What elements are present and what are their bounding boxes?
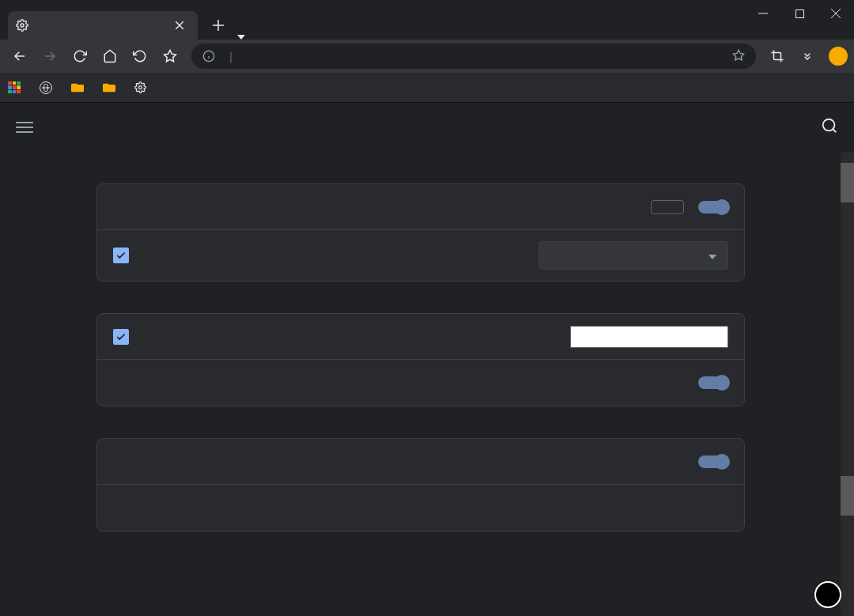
undo-close-button[interactable]	[127, 43, 153, 70]
crop-button[interactable]	[764, 43, 791, 70]
new-tab-button[interactable]	[207, 14, 229, 36]
bookmark-kill-tab[interactable]	[40, 81, 57, 94]
gear-icon	[16, 19, 28, 32]
reload-icon	[73, 49, 87, 63]
toggle-boss-mute[interactable]	[698, 376, 728, 389]
nav-forward-button[interactable]	[36, 43, 63, 70]
folder-icon	[71, 82, 84, 93]
svg-point-19	[823, 119, 835, 131]
site-info-button[interactable]	[202, 50, 215, 62]
bookmark-import[interactable]	[134, 81, 151, 93]
globe-icon	[40, 81, 52, 94]
panel-boss	[96, 313, 745, 406]
scrollbar-thumb[interactable]	[841, 163, 854, 202]
star-icon	[163, 49, 177, 63]
bookmark-star-button[interactable]	[732, 49, 745, 64]
extensions-menu-button[interactable]	[794, 43, 821, 70]
apps-button[interactable]	[8, 81, 25, 94]
arrow-left-icon	[13, 49, 27, 63]
minimize-icon	[758, 9, 768, 18]
row-single-ext	[97, 184, 744, 230]
nav-back-button[interactable]	[6, 43, 33, 70]
close-window-button[interactable]	[818, 0, 854, 27]
close-icon	[831, 9, 841, 18]
minimize-button[interactable]	[745, 0, 781, 27]
check-icon	[115, 250, 127, 261]
checkbox-boss-enable[interactable]	[113, 329, 129, 345]
svg-marker-15	[733, 50, 743, 60]
row-boss-mute	[97, 360, 744, 406]
restart-button[interactable]	[651, 200, 684, 214]
content-scrollbar[interactable]	[841, 152, 854, 616]
toggle-single-ext[interactable]	[698, 201, 728, 214]
search-button[interactable]	[821, 117, 838, 138]
close-icon	[176, 21, 183, 29]
svg-point-18	[139, 86, 142, 89]
row-enable-boss	[97, 314, 744, 360]
panel-shortcut	[96, 438, 745, 531]
double-chevron-down-icon	[801, 50, 814, 62]
bookmark-folder-common[interactable]	[71, 82, 89, 93]
folder-icon	[103, 82, 115, 93]
bookmark-button[interactable]	[157, 43, 183, 70]
scrollbar-thumb[interactable]	[841, 476, 854, 516]
interval-select[interactable]	[538, 241, 728, 270]
toggle-shortcut-enable[interactable]	[698, 455, 728, 468]
row-auto-clean	[97, 230, 744, 281]
chevron-down-icon	[709, 249, 716, 262]
address-bar[interactable]: |	[191, 43, 756, 69]
svg-rect-6	[795, 9, 803, 17]
undo-icon	[133, 49, 147, 63]
chevron-down-icon	[237, 35, 245, 40]
check-icon	[115, 331, 127, 342]
profile-button[interactable]	[829, 47, 848, 66]
search-icon	[821, 117, 838, 134]
row-manage-shortcut[interactable]	[97, 485, 744, 531]
tab-close-button[interactable]	[176, 18, 190, 32]
arrow-right-icon	[43, 49, 57, 63]
svg-marker-11	[164, 51, 176, 62]
info-icon	[202, 50, 215, 62]
maximize-button[interactable]	[781, 0, 818, 27]
plus-icon	[213, 20, 224, 31]
home-icon	[103, 49, 117, 63]
panel-memory	[96, 183, 745, 282]
menu-button[interactable]	[16, 119, 33, 136]
svg-point-0	[21, 24, 24, 27]
svg-line-20	[833, 129, 836, 132]
apps-icon	[8, 81, 21, 94]
gear-icon	[134, 81, 146, 93]
star-icon	[732, 49, 745, 62]
crop-icon	[770, 49, 784, 63]
checkbox-auto-clean[interactable]	[113, 248, 129, 263]
home-button[interactable]	[96, 43, 123, 70]
bookmark-folder-shopping[interactable]	[103, 82, 120, 93]
row-enable-shortcut	[97, 439, 744, 485]
boss-hotkey-input[interactable]	[570, 326, 728, 348]
omnibox-divider: |	[229, 50, 232, 63]
reload-button[interactable]	[66, 43, 93, 70]
maximize-icon	[795, 9, 804, 18]
watermark-badge	[814, 581, 841, 608]
browser-tab[interactable]	[8, 11, 198, 40]
settings-content[interactable]	[0, 152, 841, 616]
tab-dropdown-button[interactable]	[229, 35, 253, 40]
watermark	[814, 581, 845, 608]
